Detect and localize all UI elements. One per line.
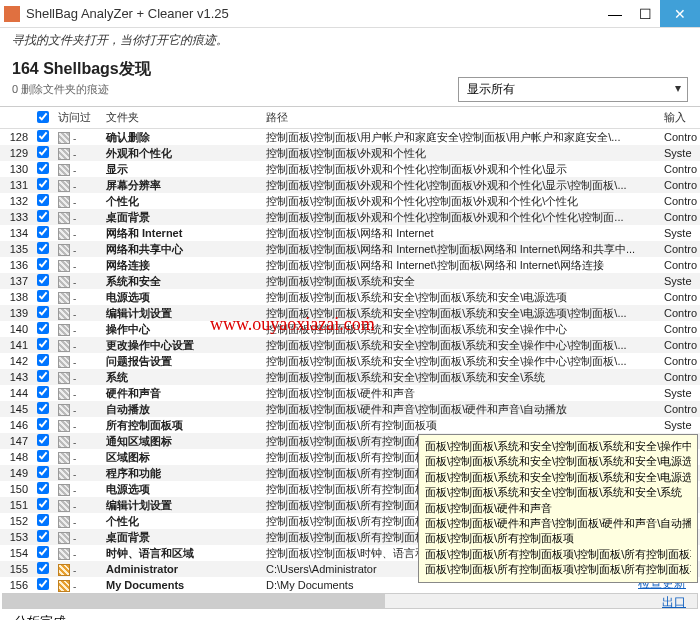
row-checkbox[interactable] bbox=[37, 530, 49, 542]
table-row[interactable]: 133桌面背景控制面板\控制面板\外观和个性化\控制面板\外观和个性化\个性化\… bbox=[0, 209, 700, 225]
row-checkbox[interactable] bbox=[37, 226, 49, 238]
row-checkbox[interactable] bbox=[37, 210, 49, 222]
row-index: 141 bbox=[0, 339, 32, 351]
row-checkbox[interactable] bbox=[37, 194, 49, 206]
row-checkbox[interactable] bbox=[37, 274, 49, 286]
dash-icon bbox=[71, 260, 83, 272]
row-icon-cell bbox=[54, 498, 102, 511]
table-row[interactable]: 128确认删除控制面板\控制面板\用户帐户和家庭安全\控制面板\用户帐户和家庭安… bbox=[0, 129, 700, 145]
dash-icon bbox=[71, 308, 83, 320]
row-input: Contro bbox=[660, 323, 700, 335]
table-row[interactable]: 139编辑计划设置控制面板\控制面板\系统和安全\控制面板\系统和安全\电源选项… bbox=[0, 305, 700, 321]
dash-icon bbox=[71, 292, 83, 304]
row-index: 138 bbox=[0, 291, 32, 303]
row-checkbox[interactable] bbox=[37, 514, 49, 526]
col-folder[interactable]: 文件夹 bbox=[102, 110, 262, 125]
row-checkbox[interactable] bbox=[37, 402, 49, 414]
app-icon bbox=[4, 6, 20, 22]
row-checkbox[interactable] bbox=[37, 450, 49, 462]
row-checkbox[interactable] bbox=[37, 562, 49, 574]
folder-icon bbox=[58, 420, 70, 432]
row-checkbox[interactable] bbox=[37, 498, 49, 510]
row-folder: 操作中心 bbox=[102, 322, 262, 337]
row-checkbox[interactable] bbox=[37, 258, 49, 270]
minimize-button[interactable]: — bbox=[600, 0, 630, 27]
row-folder: 网络和共享中心 bbox=[102, 242, 262, 257]
row-icon-cell bbox=[54, 578, 102, 591]
row-checkbox[interactable] bbox=[37, 146, 49, 158]
dash-icon bbox=[71, 132, 83, 144]
folder-icon bbox=[58, 500, 70, 512]
row-icon-cell bbox=[54, 242, 102, 255]
table-header: 访问过 文件夹 路径 输入 bbox=[0, 107, 700, 129]
filter-dropdown[interactable]: 显示所有 bbox=[458, 77, 688, 102]
row-path: 控制面板\控制面板\系统和安全\控制面板\系统和安全\系统 bbox=[262, 370, 660, 385]
table-row[interactable]: 141更改操作中心设置控制面板\控制面板\系统和安全\控制面板\系统和安全\操作… bbox=[0, 337, 700, 353]
table-row[interactable]: 146所有控制面板项控制面板\控制面板\所有控制面板项Syste bbox=[0, 417, 700, 433]
table-row[interactable]: 136网络连接控制面板\控制面板\网络和 Internet\控制面板\网络和 I… bbox=[0, 257, 700, 273]
row-checkbox[interactable] bbox=[37, 130, 49, 142]
dash-icon bbox=[71, 516, 83, 528]
table-row[interactable]: 130显示控制面板\控制面板\外观和个性化\控制面板\外观和个性化\显示Cont… bbox=[0, 161, 700, 177]
table-row[interactable]: 138电源选项控制面板\控制面板\系统和安全\控制面板\系统和安全\电源选项Co… bbox=[0, 289, 700, 305]
folder-icon bbox=[58, 276, 70, 288]
table-row[interactable]: 143系统控制面板\控制面板\系统和安全\控制面板\系统和安全\系统Contro bbox=[0, 369, 700, 385]
col-visited[interactable]: 访问过 bbox=[54, 110, 102, 125]
dash-icon bbox=[71, 532, 83, 544]
row-checkbox[interactable] bbox=[37, 578, 49, 590]
folder-icon bbox=[58, 356, 70, 368]
table-row[interactable]: 145自动播放控制面板\控制面板\硬件和声音\控制面板\硬件和声音\自动播放Co… bbox=[0, 401, 700, 417]
table-row[interactable]: 137系统和安全控制面板\控制面板\系统和安全Syste bbox=[0, 273, 700, 289]
row-checkbox[interactable] bbox=[37, 178, 49, 190]
row-icon-cell bbox=[54, 274, 102, 287]
col-input[interactable]: 输入 bbox=[660, 110, 700, 125]
table-row[interactable]: 142问题报告设置控制面板\控制面板\系统和安全\控制面板\系统和安全\操作中心… bbox=[0, 353, 700, 369]
maximize-button[interactable]: ☐ bbox=[630, 0, 660, 27]
dash-icon bbox=[71, 500, 83, 512]
row-folder: 屏幕分辨率 bbox=[102, 178, 262, 193]
row-checkbox[interactable] bbox=[37, 290, 49, 302]
table-row[interactable]: 135网络和共享中心控制面板\控制面板\网络和 Internet\控制面板\网络… bbox=[0, 241, 700, 257]
deleted-count: 0 删除文件夹的痕迹 bbox=[12, 82, 458, 97]
row-checkbox[interactable] bbox=[37, 354, 49, 366]
col-path[interactable]: 路径 bbox=[262, 110, 660, 125]
row-checkbox[interactable] bbox=[37, 386, 49, 398]
row-index: 128 bbox=[0, 131, 32, 143]
table-row[interactable]: 140操作中心控制面板\控制面板\系统和安全\控制面板\系统和安全\操作中心Co… bbox=[0, 321, 700, 337]
tooltip-line: 面板\控制面板\系统和安全\控制面板\系统和安全\电源选项 bbox=[425, 454, 691, 469]
row-path: 控制面板\控制面板\硬件和声音 bbox=[262, 386, 660, 401]
dash-icon bbox=[71, 404, 83, 416]
row-checkbox[interactable] bbox=[37, 482, 49, 494]
select-all-checkbox[interactable] bbox=[37, 111, 49, 123]
row-input: Syste bbox=[660, 147, 700, 159]
row-input: Syste bbox=[660, 227, 700, 239]
row-checkbox[interactable] bbox=[37, 242, 49, 254]
table-row[interactable]: 131屏幕分辨率控制面板\控制面板\外观和个性化\控制面板\外观和个性化\显示\… bbox=[0, 177, 700, 193]
scrollbar-thumb[interactable] bbox=[3, 594, 385, 608]
row-icon-cell bbox=[54, 402, 102, 415]
table-row[interactable]: 144硬件和声音控制面板\控制面板\硬件和声音Syste bbox=[0, 385, 700, 401]
row-checkbox[interactable] bbox=[37, 418, 49, 430]
row-checkbox[interactable] bbox=[37, 434, 49, 446]
row-checkbox[interactable] bbox=[37, 162, 49, 174]
row-checkbox[interactable] bbox=[37, 322, 49, 334]
dash-icon bbox=[71, 356, 83, 368]
row-checkbox[interactable] bbox=[37, 466, 49, 478]
close-button[interactable]: ✕ bbox=[660, 0, 700, 27]
dash-icon bbox=[71, 388, 83, 400]
row-folder: 程序和功能 bbox=[102, 466, 262, 481]
row-folder: 桌面背景 bbox=[102, 210, 262, 225]
row-icon-cell bbox=[54, 258, 102, 271]
row-folder: My Documents bbox=[102, 579, 262, 591]
row-icon-cell bbox=[54, 290, 102, 303]
exit-link[interactable]: 出口 bbox=[638, 593, 686, 612]
table-row[interactable]: 132个性化控制面板\控制面板\外观和个性化\控制面板\外观和个性化\个性化Co… bbox=[0, 193, 700, 209]
row-checkbox[interactable] bbox=[37, 338, 49, 350]
row-checkbox[interactable] bbox=[37, 546, 49, 558]
row-checkbox[interactable] bbox=[37, 306, 49, 318]
table-row[interactable]: 129外观和个性化控制面板\控制面板\外观和个性化Syste bbox=[0, 145, 700, 161]
row-checkbox[interactable] bbox=[37, 370, 49, 382]
horizontal-scrollbar[interactable] bbox=[2, 593, 698, 609]
table-row[interactable]: 134网络和 Internet控制面板\控制面板\网络和 InternetSys… bbox=[0, 225, 700, 241]
row-input: Contro bbox=[660, 339, 700, 351]
